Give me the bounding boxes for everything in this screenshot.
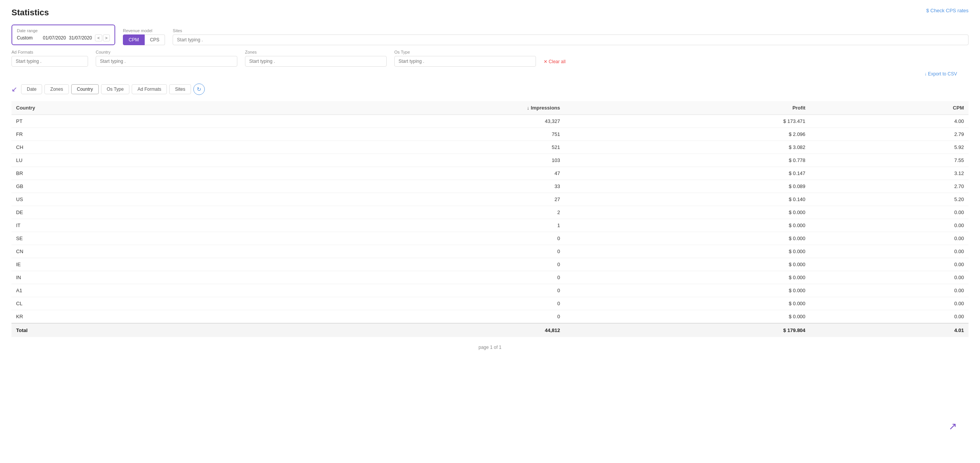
- table-row: CL0$ 0.0000.00: [11, 297, 969, 310]
- cell-country: BR: [11, 167, 233, 180]
- table-row: LU103$ 0.7787.55: [11, 154, 969, 167]
- cell-cpm: 0.00: [810, 258, 969, 271]
- sites-label: Sites: [173, 28, 969, 33]
- tab-zones[interactable]: Zones: [44, 84, 69, 94]
- cell-country: SE: [11, 232, 233, 245]
- group-by-row: ↙ Date Zones Country Os Type Ad Formats …: [11, 83, 969, 95]
- os-type-filter-group: Os Type: [394, 50, 536, 67]
- cell-profit: $ 173.471: [565, 115, 810, 128]
- cell-country: IE: [11, 258, 233, 271]
- country-input[interactable]: [96, 56, 237, 67]
- cell-profit: $ 0.140: [565, 193, 810, 206]
- cell-impressions: 521: [233, 141, 565, 154]
- cell-country: CN: [11, 245, 233, 258]
- total-profit: $ 179.804: [565, 323, 810, 337]
- cell-country: IN: [11, 271, 233, 284]
- cell-impressions: 33: [233, 180, 565, 193]
- table-row: BR47$ 0.1473.12: [11, 167, 969, 180]
- cell-profit: $ 0.000: [565, 310, 810, 324]
- table-row: CN0$ 0.0000.00: [11, 245, 969, 258]
- filter-row-1: Date range Custom 01/07/2020 31/07/2020 …: [11, 25, 969, 45]
- clear-all-button[interactable]: ✕ Clear all: [544, 57, 565, 67]
- table-row: CH521$ 3.0825.92: [11, 141, 969, 154]
- col-country: Country: [11, 101, 233, 115]
- cell-impressions: 751: [233, 128, 565, 141]
- cell-impressions: 0: [233, 297, 565, 310]
- table-row: US27$ 0.1405.20: [11, 193, 969, 206]
- tab-os-type[interactable]: Os Type: [101, 84, 129, 94]
- table-row: PT43,327$ 173.4714.00: [11, 115, 969, 128]
- date-prev-button[interactable]: <: [95, 34, 102, 41]
- zones-input[interactable]: [245, 56, 387, 67]
- table-row: DE2$ 0.0000.00: [11, 206, 969, 219]
- cell-cpm: 3.12: [810, 167, 969, 180]
- refresh-button[interactable]: ↻: [193, 83, 205, 95]
- cell-country: GB: [11, 180, 233, 193]
- cell-impressions: 43,327: [233, 115, 565, 128]
- zones-filter-group: Zones: [245, 50, 387, 67]
- cell-impressions: 2: [233, 206, 565, 219]
- ad-formats-input[interactable]: [11, 56, 88, 67]
- table-row: IE0$ 0.0000.00: [11, 258, 969, 271]
- date-to: 31/07/2020: [69, 35, 92, 41]
- date-range-label: Date range: [17, 28, 110, 33]
- country-label: Country: [96, 50, 237, 54]
- revenue-model-buttons: CPM CPS: [123, 34, 165, 45]
- cell-country: FR: [11, 128, 233, 141]
- tab-ad-formats[interactable]: Ad Formats: [132, 84, 167, 94]
- table-row: KR0$ 0.0000.00: [11, 310, 969, 324]
- cps-button[interactable]: CPS: [145, 34, 165, 45]
- ad-formats-filter-group: Ad Formats: [11, 50, 88, 67]
- date-nav: < >: [95, 34, 110, 41]
- cell-impressions: 0: [233, 245, 565, 258]
- date-next-button[interactable]: >: [103, 34, 110, 41]
- cell-profit: $ 0.000: [565, 245, 810, 258]
- cell-impressions: 103: [233, 154, 565, 167]
- os-type-input[interactable]: [394, 56, 536, 67]
- col-impressions[interactable]: ↓ Impressions: [233, 101, 565, 115]
- cell-cpm: 0.00: [810, 232, 969, 245]
- cell-profit: $ 0.089: [565, 180, 810, 193]
- tab-sites[interactable]: Sites: [169, 84, 191, 94]
- col-cpm: CPM: [810, 101, 969, 115]
- total-cpm: 4.01: [810, 323, 969, 337]
- export-csv-link[interactable]: ↓ Export to CSV: [924, 71, 957, 77]
- table-header: Country ↓ Impressions Profit CPM: [11, 101, 969, 115]
- revenue-model-label: Revenue model: [123, 28, 165, 33]
- cell-country: PT: [11, 115, 233, 128]
- cell-country: A1: [11, 284, 233, 297]
- table-footer: Total 44,812 $ 179.804 4.01: [11, 323, 969, 337]
- date-preset: Custom: [17, 35, 40, 41]
- filters-section: Date range Custom 01/07/2020 31/07/2020 …: [11, 25, 969, 67]
- table-row: FR751$ 2.0962.79: [11, 128, 969, 141]
- cell-cpm: 2.70: [810, 180, 969, 193]
- cell-impressions: 0: [233, 232, 565, 245]
- sites-filter-group: Sites: [173, 28, 969, 45]
- cell-profit: $ 0.000: [565, 206, 810, 219]
- cell-country: US: [11, 193, 233, 206]
- tab-country[interactable]: Country: [71, 84, 99, 94]
- cell-cpm: 0.00: [810, 206, 969, 219]
- cell-impressions: 0: [233, 258, 565, 271]
- page-info: page 1 of 1: [11, 345, 969, 350]
- cell-country: LU: [11, 154, 233, 167]
- cell-country: CL: [11, 297, 233, 310]
- filter-row-2: Ad Formats Country Zones Os Type ✕ Clear…: [11, 50, 969, 67]
- sites-input[interactable]: [173, 34, 969, 45]
- cell-country: DE: [11, 206, 233, 219]
- cell-impressions: 0: [233, 284, 565, 297]
- tab-date[interactable]: Date: [21, 84, 42, 94]
- cell-cpm: 0.00: [810, 284, 969, 297]
- cell-profit: $ 3.082: [565, 141, 810, 154]
- table-row: IN0$ 0.0000.00: [11, 271, 969, 284]
- cell-cpm: 0.00: [810, 219, 969, 232]
- table-body: PT43,327$ 173.4714.00FR751$ 2.0962.79CH5…: [11, 115, 969, 324]
- cpm-button[interactable]: CPM: [123, 34, 145, 45]
- cell-country: CH: [11, 141, 233, 154]
- cell-profit: $ 0.000: [565, 284, 810, 297]
- cell-profit: $ 0.000: [565, 258, 810, 271]
- cell-impressions: 27: [233, 193, 565, 206]
- cell-cpm: 4.00: [810, 115, 969, 128]
- check-cps-link[interactable]: $ Check CPS rates: [926, 8, 969, 13]
- total-label: Total: [11, 323, 233, 337]
